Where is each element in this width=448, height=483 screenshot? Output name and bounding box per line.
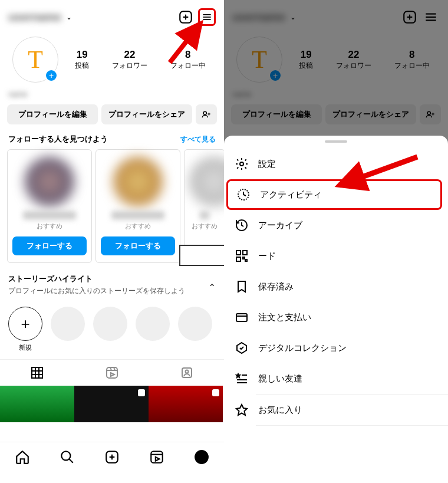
following-stat[interactable]: 8 フォロー中 [170, 49, 206, 71]
create-button[interactable] [401, 8, 419, 26]
post-thumbnail[interactable] [74, 386, 149, 422]
svg-rect-46 [236, 251, 241, 255]
archive-icon [235, 218, 249, 232]
discover-people-button[interactable] [196, 104, 217, 124]
bottom-nav [0, 442, 224, 483]
menu-orders[interactable]: 注文と支払い [224, 302, 448, 333]
create-tab[interactable] [104, 449, 120, 467]
suggestion-name [23, 211, 76, 219]
svg-marker-54 [236, 374, 240, 377]
display-name: name [224, 86, 448, 104]
followers-stat[interactable]: 22 フォロワー [336, 49, 371, 71]
menu-sheet: 設定 アクティビティ アーカイブ ード 保存済み 注文と支払い デジタルコレ [224, 136, 448, 483]
svg-point-20 [185, 370, 188, 373]
chevron-down-icon: ⌄ [290, 13, 296, 21]
svg-rect-9 [32, 367, 42, 378]
suggestion-name [111, 211, 164, 219]
reels-tab[interactable] [75, 360, 150, 386]
following-stat[interactable]: 8 フォロー中 [394, 49, 430, 71]
highlight-placeholder [93, 307, 127, 341]
svg-rect-48 [236, 257, 241, 261]
svg-point-6 [203, 111, 206, 114]
menu-archive[interactable]: アーカイブ [224, 210, 448, 241]
hexagon-icon [235, 341, 249, 355]
menu-favorites[interactable]: お気に入り [224, 395, 448, 425]
profile-header: username ⌄ [224, 0, 448, 34]
new-highlight-button[interactable]: + 新規 [8, 307, 42, 352]
svg-rect-47 [243, 251, 247, 255]
menu-settings[interactable]: 設定 [224, 149, 448, 179]
suggestion-card: おすすめ フォローする [7, 149, 92, 263]
chevron-down-icon: ⌄ [66, 13, 72, 21]
svg-point-23 [61, 451, 70, 460]
card-icon [235, 310, 249, 324]
tagged-tab[interactable] [149, 360, 224, 386]
suggestion-avatar[interactable] [113, 157, 163, 206]
edit-profile-button[interactable]: プロフィールを編集 [7, 104, 98, 124]
avatar[interactable]: T + [236, 37, 282, 83]
posts-stat[interactable]: 19 投稿 [75, 49, 89, 71]
follow-button[interactable]: フォローする [101, 236, 175, 255]
share-profile-button[interactable]: プロフィールをシェア [101, 104, 192, 124]
create-button[interactable] [177, 8, 195, 26]
suggestion-card: おすすめ フォローする [95, 149, 180, 263]
menu-button[interactable] [422, 8, 440, 26]
grid-tab[interactable] [0, 360, 75, 386]
see-all-link[interactable]: すべて見る [180, 134, 216, 144]
highlights-title: ストーリーズハイライト [8, 274, 185, 284]
menu-digital[interactable]: デジタルコレクション [224, 333, 448, 363]
profile-header: username ⌄ [0, 0, 224, 34]
svg-marker-30 [156, 457, 160, 461]
reels-nav-tab[interactable] [149, 449, 164, 467]
menu-button[interactable] [198, 8, 216, 26]
post-thumbnail[interactable] [149, 386, 223, 422]
suggestion-avatar[interactable] [189, 157, 224, 206]
sheet-grabber[interactable] [325, 140, 347, 143]
svg-rect-51 [236, 314, 247, 321]
svg-point-44 [240, 162, 243, 166]
list-star-icon [235, 372, 249, 386]
follow-button[interactable]: フォローする [12, 236, 87, 255]
suggestion-card: おすすめ [184, 149, 224, 263]
add-story-icon[interactable]: + [269, 69, 282, 82]
svg-point-31 [195, 451, 208, 464]
menu-qr[interactable]: ード [224, 241, 448, 271]
username[interactable]: username [232, 11, 285, 24]
search-tab[interactable] [60, 449, 75, 467]
menu-close-friends[interactable]: 親しい友達 [224, 363, 448, 394]
highlights-subtitle: プロフィールにお気に入りのストーリーズを保存しよう [8, 286, 185, 296]
followers-stat[interactable]: 22 フォロワー [112, 49, 147, 71]
highlight-placeholder [178, 307, 212, 341]
bookmark-icon [235, 280, 249, 294]
svg-rect-49 [243, 257, 245, 259]
share-profile-button[interactable]: プロフィールをシェア [325, 104, 416, 124]
svg-rect-50 [245, 259, 247, 261]
star-icon [235, 403, 249, 417]
discover-title: フォローする人を見つけよう [8, 134, 180, 144]
activity-icon [236, 188, 251, 202]
svg-marker-18 [111, 373, 114, 376]
add-story-icon[interactable]: + [45, 69, 58, 82]
discover-people-button[interactable] [420, 104, 441, 124]
svg-rect-22 [212, 389, 219, 396]
svg-marker-58 [236, 405, 247, 415]
suggestion-carousel[interactable]: おすすめ フォローする おすすめ フォローする おすすめ [0, 149, 224, 263]
edit-profile-button[interactable]: プロフィールを編集 [231, 104, 322, 124]
posts-stat[interactable]: 19 投稿 [299, 49, 313, 71]
display-name: name [0, 86, 224, 104]
menu-activity[interactable]: アクティビティ [228, 181, 440, 208]
qr-icon [235, 249, 249, 263]
suggestion-avatar[interactable] [25, 157, 74, 206]
profile-tab[interactable] [194, 449, 209, 467]
highlight-placeholder [136, 307, 170, 341]
highlight-placeholder [51, 307, 85, 341]
chevron-up-icon[interactable]: ⌃ [208, 274, 216, 293]
post-thumbnail[interactable] [0, 386, 74, 422]
avatar[interactable]: T + [12, 37, 58, 83]
svg-rect-21 [138, 389, 145, 396]
menu-saved[interactable]: 保存済み [224, 271, 448, 302]
gear-icon [235, 157, 249, 171]
home-tab[interactable] [15, 449, 30, 467]
svg-line-24 [69, 459, 73, 463]
username[interactable]: username [8, 11, 61, 24]
